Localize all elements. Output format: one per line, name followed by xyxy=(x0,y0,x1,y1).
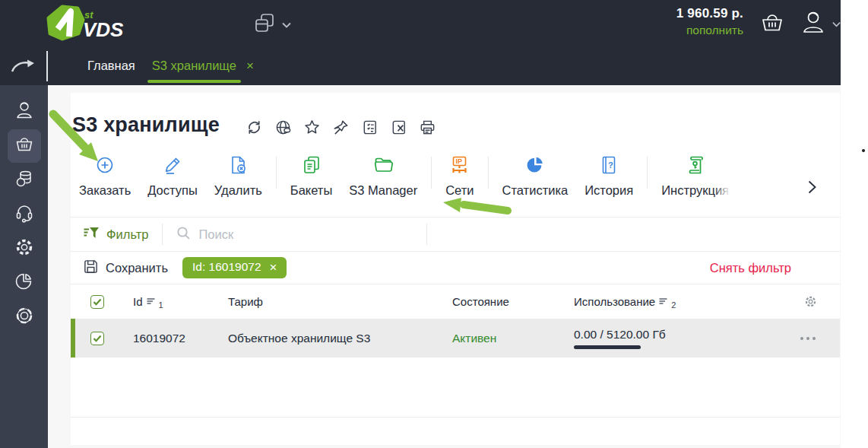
select-all-checkbox[interactable] xyxy=(90,295,104,309)
user-menu-button[interactable] xyxy=(800,10,841,37)
logo-vds-text: VDS xyxy=(83,18,124,41)
toolbar-divider xyxy=(488,157,489,189)
copy-documents-icon xyxy=(302,155,322,178)
sidebar-item-help[interactable] xyxy=(0,300,48,334)
tab-s3-label: S3 хранилище xyxy=(152,59,236,73)
sort-icon xyxy=(658,295,668,308)
filter-chip-id[interactable]: Id: 16019072 × xyxy=(182,257,287,278)
toolbar-networks-button[interactable]: IP Сети xyxy=(437,155,482,198)
user-icon xyxy=(14,100,34,123)
table-footer xyxy=(71,417,840,445)
sidebar-item-products[interactable] xyxy=(0,163,48,197)
pencil-icon xyxy=(163,155,182,178)
save-floppy-icon xyxy=(83,259,99,278)
column-header-tariff[interactable]: Тариф xyxy=(228,295,452,308)
toolbar-access-button[interactable]: Доступы xyxy=(139,155,206,198)
search-icon xyxy=(176,226,191,243)
firstvds-logo[interactable]: st VDS xyxy=(43,5,134,43)
chevron-down-icon xyxy=(282,17,291,31)
user-icon xyxy=(800,10,826,37)
toolbar-history-button[interactable]: ? История xyxy=(576,155,641,198)
tabbar-divider xyxy=(46,51,48,81)
tab-home-label: Главная xyxy=(87,59,135,73)
sidebar xyxy=(0,85,48,448)
cell-state: Активен xyxy=(452,332,574,345)
cell-id: 16019072 xyxy=(133,332,228,345)
toolbar-delete-button[interactable]: Удалить xyxy=(206,155,271,198)
table-header: Id 1 Тариф Состояние Использование 2 xyxy=(71,284,840,319)
sidebar-item-settings[interactable] xyxy=(0,231,48,265)
refresh-icon[interactable] xyxy=(246,119,263,136)
pie-chart-icon xyxy=(525,155,545,178)
toolbar-buckets-button[interactable]: Бакеты xyxy=(282,155,341,198)
table-empty-area xyxy=(71,357,840,417)
instruction-scroll-icon xyxy=(686,155,705,178)
row-checkbox[interactable] xyxy=(90,332,104,345)
basket-icon xyxy=(14,135,34,157)
tab-home[interactable]: Главная xyxy=(87,46,135,85)
filter-chip-label: Id: 16019072 xyxy=(192,260,261,274)
favorites-star-icon[interactable] xyxy=(303,119,321,136)
sidebar-item-account[interactable] xyxy=(0,94,48,129)
topup-link[interactable]: пополнить xyxy=(651,24,743,37)
toolbar-order-button[interactable]: Заказать xyxy=(71,155,139,198)
sidebar-item-orders[interactable] xyxy=(0,129,48,163)
toolbar-statistics-button[interactable]: Статистика xyxy=(494,155,577,198)
clear-filter-link[interactable]: Снять фильтр xyxy=(710,261,791,275)
history-book-icon: ? xyxy=(599,155,619,178)
headset-icon xyxy=(14,203,34,226)
export-excel-icon[interactable] xyxy=(390,119,407,136)
tab-close-icon[interactable]: × xyxy=(246,59,254,72)
table-row[interactable]: 16019072 Объектное хранилище S3 Активен … xyxy=(71,319,840,357)
main-area: S3 хранилище xyxy=(48,85,841,448)
balance-amount: 1 960.59 р. xyxy=(651,6,743,21)
journal-icon[interactable] xyxy=(361,119,379,136)
column-header-state[interactable]: Состояние xyxy=(452,295,574,308)
toolbar-instruction-button[interactable]: Инструкция xyxy=(653,155,737,198)
saved-filter-bar: Сохранить Id: 16019072 × Снять фильтр xyxy=(71,251,840,284)
cart-button[interactable] xyxy=(760,11,784,37)
action-toolbar: Заказать Доступы xyxy=(71,145,840,217)
windows-switcher-icon xyxy=(254,12,275,37)
filter-chip-close-icon[interactable]: × xyxy=(270,261,277,274)
storage-disks-icon xyxy=(14,169,34,192)
sort-order-badge: 1 xyxy=(159,300,163,310)
svg-text:IP: IP xyxy=(456,157,463,165)
search-input[interactable] xyxy=(198,227,411,242)
sort-order-badge: 2 xyxy=(671,300,676,310)
plus-circle-icon xyxy=(95,155,115,178)
app-window: st VDS 1 960.59 р. пополнит xyxy=(0,0,841,448)
domains-globe-icon[interactable] xyxy=(274,119,292,136)
top-header: st VDS 1 960.59 р. пополнит xyxy=(0,0,841,46)
column-header-usage[interactable]: Использование 2 xyxy=(574,295,794,308)
sidebar-item-support[interactable] xyxy=(0,197,48,231)
pin-icon[interactable] xyxy=(332,119,350,136)
sidebar-item-statistics[interactable] xyxy=(0,265,48,300)
filter-button[interactable]: Фильтр xyxy=(71,226,162,243)
collapse-menu-arrow-icon[interactable] xyxy=(10,57,37,78)
filter-divider xyxy=(426,224,427,245)
toolbar-more-button[interactable] xyxy=(807,180,817,198)
page-title: S3 хранилище xyxy=(72,113,220,137)
toolbar-divider xyxy=(276,157,277,189)
toolbar-divider xyxy=(431,157,432,189)
tab-s3-storage[interactable]: S3 хранилище × xyxy=(152,46,254,85)
content-panel: S3 хранилище xyxy=(71,93,840,445)
lifebuoy-icon xyxy=(14,306,34,329)
usage-progress-bar xyxy=(574,345,641,349)
basket-icon xyxy=(760,11,784,34)
cell-tariff: Объектное хранилище S3 xyxy=(228,332,452,345)
filter-bar: Фильтр xyxy=(71,217,840,251)
search-box xyxy=(163,226,426,243)
gear-icon xyxy=(14,237,34,260)
toolbar-s3-manager-button[interactable]: S3 Manager xyxy=(341,155,426,198)
ip-network-icon: IP xyxy=(449,155,470,178)
product-switcher-button[interactable] xyxy=(254,12,291,37)
table-settings-gear-icon[interactable] xyxy=(804,295,817,308)
print-icon[interactable] xyxy=(419,119,436,136)
row-actions-menu-icon[interactable] xyxy=(799,332,817,345)
remove-document-icon xyxy=(228,155,248,178)
column-header-id[interactable]: Id 1 xyxy=(133,295,228,308)
save-filter-button[interactable]: Сохранить xyxy=(83,259,168,278)
filter-funnel-icon xyxy=(83,226,100,243)
